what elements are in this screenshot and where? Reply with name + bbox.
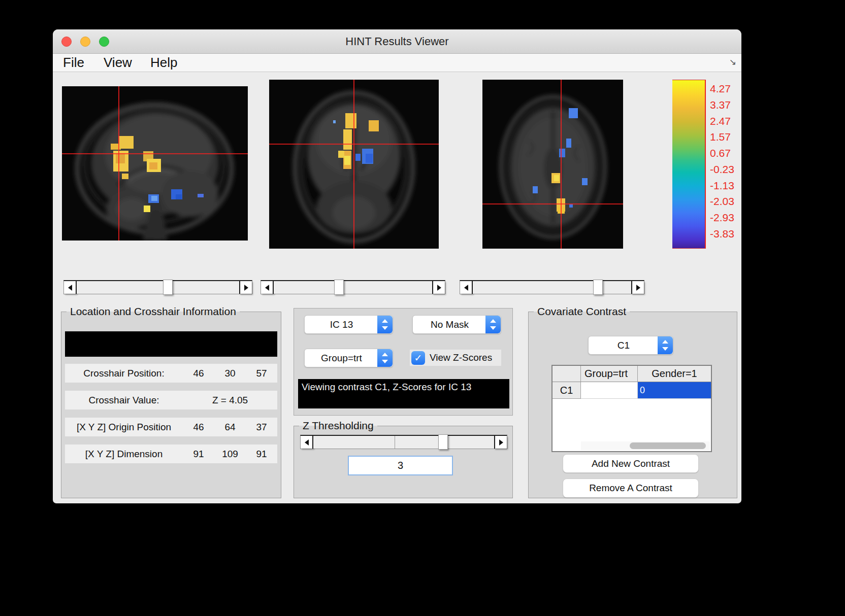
group-select-value: Group=trt	[308, 349, 375, 367]
location-row: Crosshair Value:Z = 4.05	[65, 391, 277, 409]
view-zscores-checkbox[interactable]: ✓	[411, 351, 425, 365]
z-thresholding-title: Z Thresholding	[299, 419, 377, 433]
coronal-brain-image	[269, 80, 439, 249]
location-row-label: [X Y Z] Dimension	[65, 449, 183, 460]
colorbar-tick-label: -1.13	[710, 180, 734, 192]
popup-chevrons-icon	[485, 316, 501, 333]
location-panel-title: Location and Crosshair Information	[67, 304, 240, 319]
mask-select-value: No Mask	[416, 316, 483, 333]
z-slider-right-arrow[interactable]	[494, 436, 507, 449]
contrast-table-column-header	[552, 366, 581, 382]
location-row-label: [X Y Z] Origin Position	[65, 422, 183, 433]
menubar: File View Help ↘	[53, 54, 741, 72]
axial-brain-image	[482, 80, 623, 249]
colorbar-tick-label: -2.03	[710, 195, 734, 208]
popup-chevrons-icon	[377, 316, 393, 333]
coronal-slider-left-arrow[interactable]	[261, 281, 274, 294]
location-row: [X Y Z] Origin Position466437	[65, 418, 277, 436]
coronal-slider-thumb[interactable]	[334, 280, 344, 295]
axial-slider-thumb[interactable]	[593, 280, 603, 295]
z-slider-left-arrow[interactable]	[301, 436, 313, 449]
contrast-row-header: C1	[552, 382, 581, 399]
viewer-controls-panel: IC 13 No Mask Group=trt ✓ View Z-Scores …	[294, 308, 513, 416]
contrast-select-value: C1	[592, 336, 656, 354]
location-row-value: 57	[246, 368, 277, 379]
coronal-slider-track[interactable]	[274, 281, 432, 294]
contrast-table-hscrollbar[interactable]	[581, 441, 710, 450]
location-row-label: Crosshair Value:	[65, 395, 183, 406]
remove-a-contrast-button[interactable]: Remove A Contrast	[563, 478, 699, 498]
colorbar-tick-label: -2.93	[710, 212, 734, 224]
z-slider-thumb[interactable]	[438, 434, 448, 450]
colorbar-tick-label: 4.27	[710, 83, 731, 95]
ic-select-value: IC 13	[308, 316, 375, 333]
view-zscores-row: ✓ View Z-Scores	[410, 350, 501, 366]
window-title: HINT Results Viewer	[53, 29, 741, 54]
sagittal-slider-thumb[interactable]	[163, 280, 173, 295]
colorbar-tick-label: 3.37	[710, 99, 731, 111]
colorbar-tick-label: 1.57	[710, 131, 731, 143]
axial-slider[interactable]	[460, 280, 644, 294]
z-slider-divider	[395, 436, 395, 449]
z-slider-track[interactable]	[313, 436, 494, 449]
menu-view[interactable]: View	[104, 54, 132, 72]
location-row-value: 37	[246, 422, 277, 433]
sagittal-slider-right-arrow[interactable]	[239, 281, 252, 294]
group-select[interactable]: Group=trt	[304, 349, 393, 367]
coronal-slider[interactable]	[261, 280, 445, 294]
app-window: HINT Results Viewer File View Help ↘	[53, 29, 741, 503]
location-row-value: 109	[214, 449, 246, 460]
view-zscores-label: View Z-Scores	[430, 352, 492, 363]
coronal-view[interactable]	[269, 80, 439, 249]
location-row-value: 91	[246, 449, 277, 460]
contrast-table-column-header: Gender=1	[638, 366, 711, 382]
contrast-table: Group=trtGender=1 C10	[551, 365, 712, 452]
sagittal-slider-left-arrow[interactable]	[64, 281, 77, 294]
colorbar-tick-label: -0.23	[710, 163, 734, 176]
contrast-table-hscrollbar-thumb[interactable]	[630, 442, 706, 449]
contrast-select[interactable]: C1	[588, 336, 673, 355]
coronal-slider-right-arrow[interactable]	[432, 281, 445, 294]
location-row-value: 46	[183, 422, 214, 433]
titlebar[interactable]: HINT Results Viewer	[53, 29, 741, 54]
axial-view[interactable]	[482, 80, 623, 249]
contrast-table-header-row: Group=trtGender=1	[552, 366, 711, 382]
location-row-value: Z = 4.05	[183, 395, 277, 406]
menu-help[interactable]: Help	[150, 54, 177, 72]
colorbar-tick-label: 0.67	[710, 147, 731, 159]
location-row-values: Z = 4.05	[183, 395, 277, 406]
z-threshold-slider[interactable]	[300, 435, 507, 449]
contrast-table-cell[interactable]: 0	[638, 382, 711, 399]
sagittal-view[interactable]	[62, 86, 248, 241]
location-panel: Location and Crosshair Information Cross…	[61, 312, 281, 498]
contrast-table-cell[interactable]	[581, 382, 638, 399]
location-row-value: 64	[214, 422, 246, 433]
sagittal-slider-track[interactable]	[77, 281, 239, 294]
location-row: [X Y Z] Dimension9110991	[65, 444, 277, 463]
menu-file[interactable]: File	[63, 54, 84, 72]
location-row-label: Crosshair Position:	[65, 368, 183, 379]
popup-chevrons-icon	[377, 349, 393, 367]
colorbar-tick-label: 2.47	[710, 115, 731, 127]
ic-select[interactable]: IC 13	[304, 315, 393, 334]
add-new-contrast-button[interactable]: Add New Contrast	[563, 454, 699, 473]
mask-select[interactable]: No Mask	[412, 315, 501, 334]
axial-slider-track[interactable]	[473, 281, 631, 294]
colorbar-tick-label: -3.83	[710, 228, 734, 240]
z-thresholding-panel: Z Thresholding	[294, 426, 513, 498]
covariate-contrast-title: Covariate Contrast	[534, 304, 630, 319]
covariate-contrast-panel: Covariate Contrast C1 Group=trtGender=1 …	[528, 312, 737, 498]
axial-slider-left-arrow[interactable]	[460, 281, 473, 294]
sagittal-slider[interactable]	[63, 280, 252, 294]
location-row-values: 466437	[183, 422, 277, 433]
dock-arrow-icon[interactable]: ↘	[729, 57, 736, 67]
viewing-status: Viewing contrast C1, Z-Scores for IC 13	[298, 379, 509, 408]
popup-chevrons-icon	[658, 336, 673, 354]
location-row-value: 91	[183, 449, 214, 460]
axial-slider-right-arrow[interactable]	[631, 281, 644, 294]
contrast-table-body: C10	[552, 382, 711, 399]
voxel-value-display	[65, 331, 277, 357]
location-row-values: 463057	[183, 368, 277, 379]
z-threshold-input[interactable]	[348, 456, 453, 475]
sagittal-brain-image	[62, 86, 248, 241]
